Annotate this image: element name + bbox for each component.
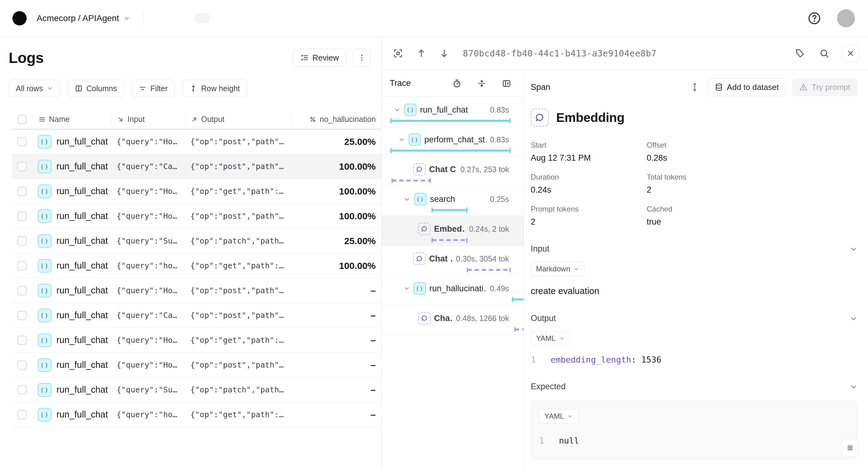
chevron-down-icon: [398, 136, 405, 143]
filter-label: Filter: [150, 84, 168, 93]
nav-tab[interactable]: [234, 13, 248, 23]
primary-nav: [157, 13, 248, 23]
table-row[interactable]: () run_full_chat {"query":"Ca… {"op":"po…: [12, 303, 381, 328]
trace-id: 870bcd48-fb40-44c1-b413-a3e9104ee8b7: [463, 49, 657, 59]
kebab-icon: [358, 54, 366, 62]
table-row[interactable]: () run_full_chat {"query":"Su… {"op":"pa…: [12, 378, 381, 402]
resize-vertical-icon[interactable]: [688, 81, 701, 94]
table-row[interactable]: () run_full_chat {"query":"Ho… {"op":"ge…: [12, 328, 381, 353]
row-checkbox[interactable]: [18, 385, 27, 394]
rows-filter-dropdown[interactable]: All rows: [9, 80, 60, 97]
trace-panel: Trace: [382, 70, 524, 469]
chevron-down-icon[interactable]: [849, 245, 858, 253]
trace-row[interactable]: () Cha… 0.48s, 1266 tok: [382, 305, 524, 335]
columns-button[interactable]: Columns: [68, 80, 124, 97]
row-checkbox[interactable]: [18, 261, 27, 270]
table-row[interactable]: () run_full_chat {"query":"Ho… {"op":"ge…: [12, 179, 381, 204]
stat-value: 0.24s: [531, 185, 647, 195]
input-format-dropdown[interactable]: Markdown: [531, 262, 584, 276]
trace-row[interactable]: () run_hallucinati… 0.49s: [382, 275, 524, 305]
expected-section-title: Expected: [531, 382, 566, 391]
columns-icon: [75, 84, 83, 92]
trace-row[interactable]: () perform_chat_st… 0.83s: [382, 126, 524, 156]
row-input: {"query":"Ho…: [112, 137, 185, 146]
row-checkbox[interactable]: [18, 187, 27, 196]
next-row-button[interactable]: [437, 47, 451, 60]
search-button[interactable]: [817, 46, 831, 60]
row-input: {"query":"Ho…: [112, 360, 185, 370]
table-row[interactable]: () run_full_chat {"query":"Ho… {"op":"po…: [12, 278, 381, 303]
project-selector[interactable]: Acmecorp / APIAgent: [37, 13, 130, 23]
stat-label: Offset: [647, 141, 858, 149]
nav-tab[interactable]: [195, 13, 210, 23]
more-actions-button[interactable]: [353, 49, 371, 67]
row-output: {"op":"get","path":…: [185, 261, 291, 270]
row-height-label: Row height: [201, 84, 240, 93]
table-row[interactable]: () run_full_chat {"query":"ho… {"op":"ge…: [12, 402, 381, 427]
expected-format-dropdown[interactable]: YAML: [539, 409, 578, 423]
timing-toggle-button[interactable]: [451, 77, 463, 90]
row-height-button[interactable]: Row height: [182, 80, 247, 97]
previous-row-button[interactable]: [414, 47, 428, 60]
table-row[interactable]: () run_full_chat {"query":"Ca… {"op":"po…: [12, 154, 381, 179]
trace-row[interactable]: () run_full_chat 0.83s: [382, 97, 524, 126]
chevron-down-icon: [123, 15, 130, 22]
trace-row-name: Embed…: [434, 224, 466, 234]
chevron-down-icon[interactable]: [849, 383, 858, 391]
trace-row[interactable]: () Chat … 0.30s, 3054 tok: [382, 246, 524, 275]
row-checkbox[interactable]: [18, 137, 27, 146]
table-row[interactable]: () run_full_chat {"query":"Ho… {"op":"po…: [12, 129, 381, 154]
brand-logo-icon[interactable]: [12, 11, 27, 25]
expand-fullscreen-button[interactable]: [391, 46, 405, 60]
help-button[interactable]: [805, 9, 824, 27]
column-header-name[interactable]: Name: [33, 113, 112, 126]
row-input: {"query":"Ho…: [112, 187, 185, 196]
row-checkbox[interactable]: [18, 286, 27, 295]
try-prompt-button[interactable]: Try prompt: [792, 78, 858, 96]
add-to-dataset-button[interactable]: Add to dataset: [707, 78, 786, 96]
chevron-down-icon: [403, 285, 410, 292]
column-header-score[interactable]: no_hallucination: [291, 113, 381, 126]
add-to-dataset-label: Add to dataset: [727, 83, 779, 92]
output-format-value: YAML: [536, 334, 556, 343]
row-checkbox[interactable]: [18, 410, 27, 419]
row-checkbox[interactable]: [18, 311, 27, 320]
row-checkbox[interactable]: [18, 162, 27, 171]
column-header-input[interactable]: Input: [112, 113, 185, 126]
close-button[interactable]: [842, 45, 859, 62]
outline-menu-button[interactable]: [841, 439, 859, 457]
table-row[interactable]: () run_full_chat {"query":"Ho… {"op":"po…: [12, 353, 381, 378]
table-row[interactable]: () run_full_chat {"query":"Su… {"op":"pa…: [12, 229, 381, 254]
llm-span-icon: [413, 253, 426, 265]
trace-row[interactable]: () search 0.25s: [382, 186, 524, 216]
tag-button[interactable]: [793, 46, 807, 60]
column-header-output[interactable]: Output: [185, 113, 291, 126]
trace-row[interactable]: () Embed… 0.24s, 2 tok: [382, 216, 524, 246]
function-span-icon: (): [38, 358, 52, 372]
row-checkbox[interactable]: [18, 335, 27, 345]
output-format-dropdown[interactable]: YAML: [531, 331, 570, 346]
row-checkbox[interactable]: [18, 360, 27, 370]
logs-table: Name Input Output no_hallucination (): [12, 110, 381, 427]
function-span-icon: (): [38, 209, 52, 223]
nav-tab[interactable]: [157, 13, 172, 23]
user-avatar[interactable]: [837, 9, 855, 27]
table-row[interactable]: () run_full_chat {"query":"ho… {"op":"ge…: [12, 254, 381, 278]
chevron-down-icon[interactable]: [849, 315, 858, 323]
row-checkbox[interactable]: [18, 236, 27, 246]
span-timeline-bar: [391, 120, 510, 122]
trace-row[interactable]: () Chat C… 0.27s, 253 tok: [382, 156, 524, 186]
row-checkbox[interactable]: [18, 211, 27, 221]
row-input: {"query":"ho…: [112, 410, 185, 419]
nav-tab[interactable]: [176, 13, 191, 23]
nav-tab[interactable]: [214, 13, 229, 23]
table-row[interactable]: () run_full_chat {"query":"Ho… {"op":"po…: [12, 204, 381, 229]
filter-button[interactable]: Filter: [131, 80, 175, 97]
panel-collapse-button[interactable]: [500, 77, 513, 90]
collapse-all-button[interactable]: [475, 77, 488, 90]
select-all-checkbox[interactable]: [18, 115, 27, 124]
review-button[interactable]: Review: [293, 49, 346, 67]
trace-tree: () run_full_chat 0.83s (): [382, 97, 524, 335]
trace-row-name: Chat …: [429, 254, 453, 264]
row-name: run_full_chat: [56, 137, 108, 147]
